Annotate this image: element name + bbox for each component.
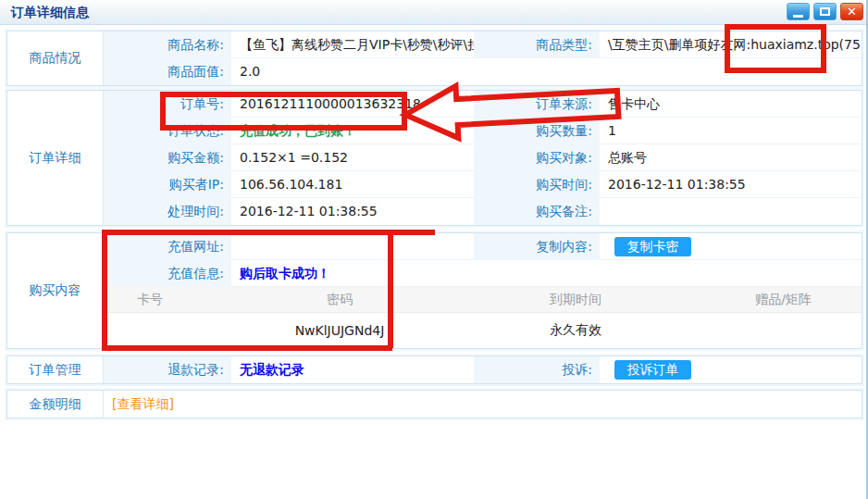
complaint-label: 投诉: [474, 356, 600, 383]
close-icon: ✕ [847, 5, 857, 19]
section-label-manage: 订单管理 [7, 356, 104, 383]
order-number-label: 订单号: [104, 91, 231, 118]
buy-quantity-value: 1 [600, 118, 862, 144]
window-controls: ✕ [787, 3, 863, 20]
buy-time-label: 购买时间: [474, 171, 600, 198]
section-purchase-content: 购买内容 充值网址: 复制内容: 复制卡密 充值信息: 购后取卡成功！ 卡号 密… [6, 232, 862, 349]
window-titlebar: 订单详细信息 [0, 0, 868, 25]
order-source-label: 订单来源: [474, 91, 600, 118]
row-product-name: 商品名称: 【鱼飞】离线秒赞二月VIP卡\秒赞\秒评\挂挂 商品类型: \互赞主… [104, 31, 862, 58]
recharge-info-value: 购后取卡成功！ [231, 260, 474, 287]
section-label-product: 商品情况 [7, 31, 104, 85]
row-buyer-ip: 购买者IP: 106.56.104.181 购买时间: 2016-12-11 0… [104, 171, 862, 198]
row-recharge-url: 充值网址: 复制内容: 复制卡密 [104, 233, 862, 260]
process-time-label: 处理时间: [104, 198, 231, 225]
minimize-button[interactable] [787, 3, 810, 20]
process-time-value: 2016-12-11 01:38:55 [231, 198, 474, 225]
product-facevalue-label: 商品面值: [104, 58, 231, 85]
product-type-label: 商品类型: [474, 31, 600, 58]
view-detail-link[interactable]: [查看详细] [104, 391, 174, 418]
buy-target-label: 购买对象: [474, 144, 600, 171]
order-status-label: 订单状态: [104, 118, 231, 144]
row-buy-amount: 购买金额: 0.152×1 =0.152 购买对象: 总账号 [104, 144, 862, 171]
buy-target-value: 总账号 [600, 144, 862, 171]
product-name-label: 商品名称: [104, 31, 231, 58]
card-password-value: NwKlJUJGNd4J [233, 323, 446, 338]
buyer-ip-label: 购买者IP: [104, 171, 231, 198]
buy-amount-value: 0.152×1 =0.152 [231, 144, 474, 171]
complaint-order-button[interactable]: 投诉订单 [614, 360, 691, 380]
section-order-manage: 订单管理 退款记录: 无退款记录 投诉: 投诉订单 [6, 356, 862, 384]
product-facevalue-value: 2.0 [231, 58, 474, 85]
section-order-detail: 订单详细 订单号: 2016121110000013632318 订单来源: 售… [6, 90, 862, 226]
row-order-status: 订单状态: 充值成功，已到账！ 购买数量: 1 [104, 118, 862, 144]
row-amount-detail: [查看详细] [104, 391, 862, 418]
section-label-order: 订单详细 [7, 91, 104, 225]
order-status-value: 充值成功，已到账！ [231, 118, 474, 144]
buy-note-label: 购买备注: [474, 198, 600, 225]
minimize-icon [793, 15, 803, 18]
row-product-facevalue: 商品面值: 2.0 [104, 58, 862, 85]
buy-amount-label: 购买金额: [104, 144, 231, 171]
row-recharge-info: 充值信息: 购后取卡成功！ [104, 260, 862, 287]
window-title: 订单详细信息 [0, 0, 868, 24]
card-number-header: 卡号 [104, 292, 233, 308]
recharge-url-label: 充值网址: [104, 233, 231, 260]
product-type-value: \互赞主页\删单项好友网:huaxiamz.top(7517 [600, 31, 862, 58]
buy-time-value: 2016-12-11 01:38:55 [600, 171, 862, 198]
section-label-amount: 金额明细 [7, 391, 104, 418]
close-button[interactable]: ✕ [840, 3, 863, 20]
section-label-purchase: 购买内容 [7, 233, 104, 348]
refund-value: 无退款记录 [231, 356, 474, 383]
recharge-info-label: 充值信息: [104, 260, 231, 287]
buyer-ip-value: 106.56.104.181 [231, 171, 474, 198]
maximize-button[interactable] [813, 3, 837, 20]
section-product-info: 商品情况 商品名称: 【鱼飞】离线秒赞二月VIP卡\秒赞\秒评\挂挂 商品类型:… [6, 31, 862, 86]
row-order-number: 订单号: 2016121110000013632318 订单来源: 售卡中心 [104, 91, 862, 118]
product-name-value: 【鱼飞】离线秒赞二月VIP卡\秒赞\秒评\挂挂 [231, 31, 474, 58]
refund-label: 退款记录: [104, 356, 231, 383]
card-expiry-value: 永久有效 [446, 322, 705, 339]
order-number-value: 2016121110000013632318 [231, 91, 474, 118]
section-amount-detail: 金额明细 [查看详细] [6, 390, 862, 418]
copy-content-label: 复制内容: [474, 233, 600, 260]
buy-quantity-label: 购买数量: [474, 118, 600, 144]
card-table-header: 卡号 密码 到期时间 赠品/矩阵 [104, 287, 862, 313]
row-refund: 退款记录: 无退款记录 投诉: 投诉订单 [104, 356, 862, 383]
card-expiry-header: 到期时间 [446, 292, 705, 308]
card-table-row: NwKlJUJGNd4J 永久有效 [104, 313, 862, 348]
card-password-header: 密码 [233, 292, 446, 308]
maximize-icon [820, 7, 830, 16]
copy-card-button[interactable]: 复制卡密 [614, 237, 691, 256]
card-gift-header: 赠品/矩阵 [705, 292, 862, 308]
order-source-value: 售卡中心 [600, 91, 862, 118]
row-process-time: 处理时间: 2016-12-11 01:38:55 购买备注: [104, 198, 862, 225]
